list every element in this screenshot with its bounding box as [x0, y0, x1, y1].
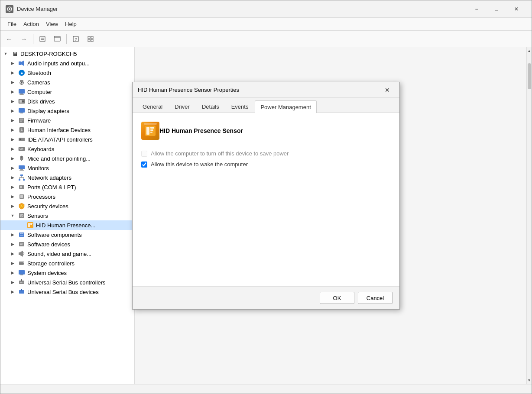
svg-rect-93 — [150, 129, 153, 131]
tab-general[interactable]: General — [137, 100, 168, 113]
back-button[interactable]: ← — [2, 32, 16, 45]
close-button[interactable]: ✕ — [506, 2, 526, 16]
svg-rect-5 — [54, 36, 60, 41]
svg-rect-10 — [91, 36, 93, 39]
window-title: Device Manager — [17, 6, 467, 12]
menu-help[interactable]: Help — [62, 19, 80, 29]
properties-button[interactable] — [36, 32, 49, 45]
save-power-checkbox[interactable] — [141, 151, 147, 157]
sensor-device-icon — [141, 122, 159, 140]
app-icon — [6, 5, 13, 13]
window-controls: − □ ✕ — [467, 2, 526, 16]
svg-rect-11 — [88, 39, 90, 42]
forward-button[interactable]: → — [17, 32, 31, 45]
status-bar — [0, 384, 532, 394]
cancel-button[interactable]: Cancel — [358, 292, 393, 304]
main-content: ▼ 🖥 DESKTOP-ROGKCH5 ▶ Audio inputs and o… — [0, 47, 532, 384]
dialog-overlay: HID Human Presence Sensor Properties ✕ G… — [0, 47, 532, 384]
title-bar: Device Manager − □ ✕ — [0, 0, 532, 18]
minimize-button[interactable]: − — [467, 2, 487, 16]
dialog-title: HID Human Presence Sensor Properties — [138, 87, 380, 93]
toolbar-separator-1 — [33, 34, 33, 44]
tab-details[interactable]: Details — [196, 100, 225, 113]
update-button[interactable] — [50, 32, 64, 45]
svg-rect-94 — [150, 132, 152, 133]
dialog-footer: OK Cancel — [133, 286, 399, 309]
menu-bar: File Action View Help — [0, 18, 532, 31]
help-button[interactable]: ? — [69, 32, 83, 45]
svg-rect-91 — [146, 127, 149, 135]
tab-power-management[interactable]: Power Management — [255, 100, 316, 113]
view-button[interactable] — [84, 32, 97, 45]
toolbar: ← → ? — [0, 31, 532, 47]
svg-text:?: ? — [75, 37, 77, 42]
menu-file[interactable]: File — [4, 19, 20, 29]
tab-events[interactable]: Events — [226, 100, 254, 113]
wake-computer-label: Allow this device to wake the computer — [151, 161, 248, 168]
svg-rect-92 — [150, 127, 154, 129]
tab-driver[interactable]: Driver — [169, 100, 195, 113]
svg-rect-9 — [88, 36, 90, 39]
maximize-button[interactable]: □ — [487, 2, 506, 16]
save-power-label: Allow the computer to turn off this devi… — [151, 150, 289, 157]
dialog-tabs: General Driver Details Events Power Mana… — [133, 98, 399, 113]
menu-action[interactable]: Action — [20, 19, 42, 29]
save-power-row: Allow the computer to turn off this devi… — [141, 150, 391, 157]
properties-dialog: HID Human Presence Sensor Properties ✕ G… — [132, 82, 400, 310]
menu-view[interactable]: View — [42, 19, 62, 29]
wake-computer-checkbox[interactable] — [141, 161, 147, 168]
svg-rect-2 — [40, 36, 45, 42]
svg-point-1 — [9, 8, 10, 10]
dialog-close-button[interactable]: ✕ — [380, 84, 394, 96]
ok-button[interactable]: OK — [320, 292, 354, 304]
toolbar-separator-2 — [66, 34, 67, 44]
device-header: HID Human Presence Sensor — [141, 122, 391, 140]
device-title: HID Human Presence Sensor — [159, 127, 243, 134]
main-window: Device Manager − □ ✕ File Action View He… — [0, 0, 532, 394]
svg-rect-12 — [91, 39, 93, 42]
dialog-body: HID Human Presence Sensor Allow the comp… — [133, 113, 399, 286]
dialog-title-bar: HID Human Presence Sensor Properties ✕ — [133, 82, 399, 98]
wake-computer-row: Allow this device to wake the computer — [141, 161, 391, 168]
